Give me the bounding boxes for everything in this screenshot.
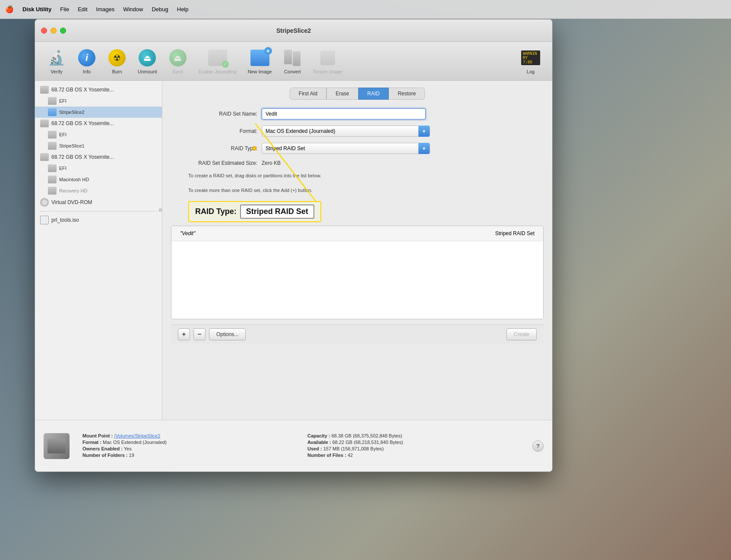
window-title: StripeSlice2	[276, 27, 311, 34]
right-panel: First Aid Erase RAID Restore RAID Set Na…	[162, 81, 552, 420]
tab-restore[interactable]: Restore	[389, 88, 425, 100]
apple-menu[interactable]: 🍎	[5, 5, 14, 13]
format-select-arrow: ▼	[418, 126, 430, 137]
raid-type-select[interactable]: Striped RAID Set ▼	[262, 143, 430, 154]
format-select[interactable]: Mac OS Extended (Journaled) ▼	[262, 126, 430, 137]
raid-list-container: "Vedit" Striped RAID Set	[171, 226, 544, 319]
raid-list-type-cell: Striped RAID Set	[495, 230, 535, 236]
format-info-key: Format :	[82, 440, 101, 445]
efi1-label: EFI	[59, 98, 66, 104]
status-disk-icon	[44, 433, 70, 459]
create-button[interactable]: Create	[506, 328, 537, 340]
verify-label: Verify	[51, 69, 63, 74]
options-button[interactable]: Options...	[209, 328, 246, 340]
stripeslice1-icon	[48, 142, 57, 150]
sidebar-item-disk3[interactable]: 68.72 GB OS X Yosemite...	[35, 151, 162, 163]
menu-window[interactable]: Window	[123, 6, 143, 13]
add-button[interactable]: +	[178, 328, 190, 340]
resize-image-label: Resize Image	[313, 69, 342, 74]
tab-bar: First Aid Erase RAID Restore	[171, 88, 544, 100]
new-image-toolbar-item[interactable]: + New Image	[244, 46, 275, 77]
maximize-button[interactable]	[60, 28, 66, 34]
scroll-indicator	[159, 208, 162, 212]
annotation-type-label: RAID Type:	[195, 207, 237, 216]
used-key: Used :	[307, 446, 322, 451]
menu-bar: 🍎 Disk Utility File Edit Images Window D…	[0, 0, 731, 19]
used-row: Used : 157 MB (156,971,008 Bytes)	[307, 446, 519, 451]
raid-name-field-label: RAID Set Name:	[171, 111, 257, 117]
estimated-size-value: Zero KB	[262, 160, 281, 166]
menu-edit[interactable]: Edit	[78, 6, 87, 13]
mount-point-value[interactable]: /Volumes/StripeSlice2	[114, 433, 160, 438]
sidebar-item-recoveryhd[interactable]: Recovery HD	[35, 185, 162, 196]
folders-value: 19	[129, 453, 134, 458]
info-text-line1: To create a RAID set, drag disks or part…	[188, 172, 544, 180]
info-icon: i	[78, 49, 95, 66]
sidebar-item-dvd[interactable]: Virtual DVD-ROM	[35, 196, 162, 208]
dvd-icon	[40, 198, 49, 207]
enable-journaling-label: Enable Journaling	[199, 69, 237, 74]
sidebar-item-efi2[interactable]: EFI	[35, 129, 162, 140]
enable-journaling-icon-wrap: ✓	[208, 48, 227, 67]
menu-disk-utility[interactable]: Disk Utility	[22, 6, 51, 13]
format-info-value: Mac OS Extended (Journaled)	[103, 440, 167, 445]
sidebar-item-disk1[interactable]: 68.72 GB OS X Yosemite...	[35, 84, 162, 95]
tab-erase[interactable]: Erase	[326, 88, 358, 100]
sidebar-item-macintoshhd[interactable]: Macintosh HD	[35, 174, 162, 185]
raid-name-input[interactable]	[262, 108, 426, 120]
info-toolbar-item[interactable]: i Info	[74, 46, 100, 77]
menu-file[interactable]: File	[60, 6, 69, 13]
bottom-bar: + − Options... Create	[171, 324, 544, 344]
raid-form: RAID Set Name: Format: Mac OS Extended (…	[171, 108, 544, 413]
sidebar-item-stripeslice2[interactable]: StripeSlice2	[35, 107, 162, 118]
verify-icon-wrap: 🔬	[47, 48, 66, 67]
log-toolbar-item[interactable]: WARNINRY 7:86 Log	[518, 46, 544, 77]
mount-point-row: Mount Point : /Volumes/StripeSlice2	[82, 433, 294, 438]
files-key: Number of Files :	[307, 453, 346, 458]
raid-list-name-cell: "Vedit"	[180, 230, 195, 236]
sidebar-item-disk2[interactable]: 68.72 GB OS X Yosemite...	[35, 118, 162, 129]
macintoshhd-label: Macintosh HD	[59, 177, 89, 182]
eject-icon: ⏏	[169, 49, 187, 66]
menu-help[interactable]: Help	[177, 6, 189, 13]
capacity-key: Capacity :	[307, 433, 330, 438]
close-button[interactable]	[41, 28, 47, 34]
sidebar-item-efi1[interactable]: EFI	[35, 95, 162, 107]
menu-images[interactable]: Images	[96, 6, 115, 13]
info-text-block: To create a RAID set, drag disks or part…	[171, 172, 544, 194]
annotation-area: RAID Type: Striped RAID Set	[171, 201, 544, 222]
disk-utility-window: StripeSlice2 🔬 Verify i Info ☢ Burn	[35, 19, 553, 472]
raid-type-yellow-dot	[252, 146, 256, 151]
eject-label: Eject	[172, 69, 183, 74]
sidebar-item-stripeslice1[interactable]: StripeSlice1	[35, 140, 162, 151]
raid-list-header: "Vedit" Striped RAID Set	[171, 226, 543, 241]
burn-icon-wrap: ☢	[108, 48, 127, 67]
convert-toolbar-item[interactable]: Convert	[279, 46, 305, 77]
sidebar: 68.72 GB OS X Yosemite... EFI StripeSlic…	[35, 81, 162, 420]
burn-label: Burn	[112, 69, 122, 74]
unmount-toolbar-item[interactable]: ⏏ Unmount	[134, 46, 161, 77]
chevron-down-icon: ▼	[422, 129, 426, 134]
minimize-button[interactable]	[51, 28, 57, 34]
remove-button[interactable]: −	[193, 328, 206, 340]
sidebar-item-efi3[interactable]: EFI	[35, 163, 162, 174]
enable-journaling-toolbar-item[interactable]: ✓ Enable Journaling	[195, 46, 240, 77]
unmount-icon-wrap: ⏏	[138, 48, 157, 67]
sidebar-item-iso[interactable]: 📄 prl_tools.iso	[35, 214, 162, 226]
resize-image-toolbar-item[interactable]: Resize Image	[310, 46, 345, 77]
new-image-label: New Image	[248, 69, 272, 74]
tab-first-aid[interactable]: First Aid	[290, 88, 326, 100]
tab-raid[interactable]: RAID	[358, 88, 389, 100]
disk2-label: 68.72 GB OS X Yosemite...	[51, 120, 114, 126]
info-icon-wrap: i	[77, 48, 96, 67]
convert-label: Convert	[284, 69, 301, 74]
eject-toolbar-item[interactable]: ⏏ Eject	[165, 46, 191, 77]
convert-icon-wrap	[283, 48, 302, 67]
available-key: Available :	[307, 440, 331, 445]
help-button[interactable]: ?	[532, 440, 544, 452]
verify-toolbar-item[interactable]: 🔬 Verify	[44, 46, 70, 77]
enable-journaling-icon: ✓	[208, 50, 227, 66]
menu-debug[interactable]: Debug	[152, 6, 168, 13]
burn-toolbar-item[interactable]: ☢ Burn	[104, 46, 130, 77]
raid-type-row: RAID Type: Striped RAID Set ▼	[171, 143, 544, 154]
